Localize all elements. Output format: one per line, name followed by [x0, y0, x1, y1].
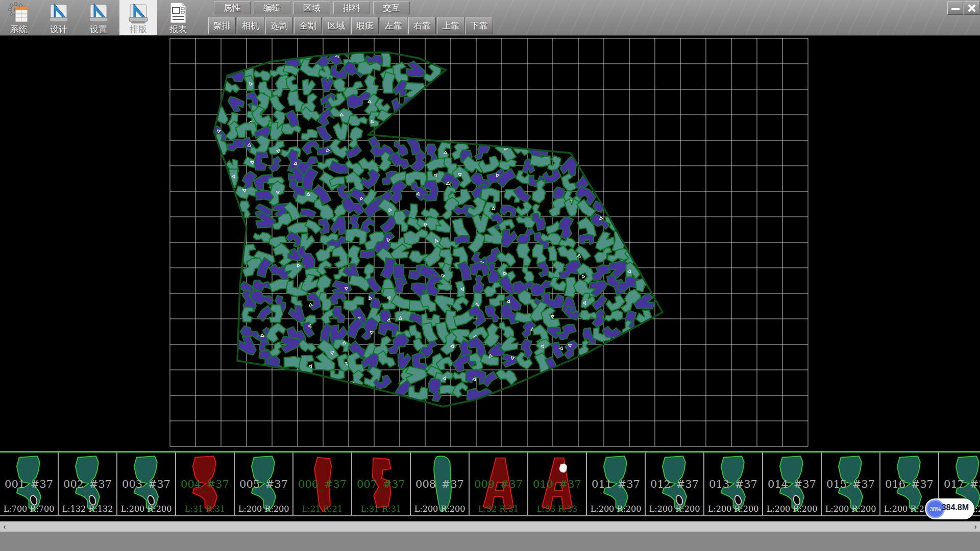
thumbnail-piece-002_#37[interactable]: 002_#37L:132 R:132 — [59, 453, 117, 515]
menu-interact[interactable]: 交互 — [373, 1, 410, 14]
thumbnail-piece-005_#37[interactable]: 005_#37L:200 R:200 — [235, 453, 293, 515]
big-button-design[interactable]: 设计 — [40, 0, 78, 35]
report-document-icon — [166, 2, 190, 24]
piece-lr-count: L:33 R:33 — [528, 504, 586, 514]
thumbnail-piece-010_#37[interactable]: 010_#37L:33 R:33 — [528, 453, 587, 515]
tool-snap-top[interactable]: 上靠 — [437, 17, 464, 34]
thumbnail-piece-011_#37[interactable]: 011_#37L:200 R:200 — [587, 453, 646, 515]
tool-camera[interactable]: 相机 — [237, 17, 264, 34]
main-toolbar: 系统设计设置排版报表 属性编辑区域排料交互 聚排相机选割全割区域瑕疵左靠右靠上靠… — [0, 0, 980, 36]
piece-id-label: 005_#37 — [235, 478, 292, 490]
big-button-label: 排版 — [130, 24, 147, 35]
set-square-icon — [47, 2, 70, 24]
piece-lr-count: L:32 R:31 — [470, 504, 527, 514]
piece-id-label: 004_#37 — [176, 478, 234, 490]
big-button-nesting[interactable]: 排版 — [119, 0, 157, 35]
piece-thumbnail-strip: 001_#37L:700 R:700002_#37L:132 R:132003_… — [0, 451, 980, 516]
thumbnail-piece-004_#37[interactable]: 004_#37L:31 R:31 — [176, 453, 235, 515]
menu-nest[interactable]: 排料 — [333, 1, 370, 14]
tool-select-cut[interactable]: 选割 — [265, 17, 293, 34]
tool-cut-all[interactable]: 全割 — [294, 17, 322, 34]
status-bar — [0, 532, 980, 551]
nesting-canvas-svg — [0, 36, 980, 451]
menu-region[interactable]: 区域 — [293, 1, 330, 14]
thumbnail-piece-013_#37[interactable]: 013_#37L:200 R:200 — [704, 453, 763, 515]
piece-id-label: 012_#37 — [646, 478, 703, 490]
nesting-canvas[interactable] — [0, 36, 980, 451]
piece-id-label: 002_#37 — [59, 478, 116, 490]
set-square-icon — [87, 2, 110, 24]
big-button-system[interactable]: 系统 — [0, 0, 38, 35]
piece-id-label: 009_#37 — [470, 478, 527, 490]
piece-id-label: 016_#37 — [880, 478, 938, 490]
application-window: 系统设计设置排版报表 属性编辑区域排料交互 聚排相机选割全割区域瑕疵左靠右靠上靠… — [0, 0, 980, 551]
piece-lr-count: L:31 R:31 — [176, 504, 234, 514]
big-button-settings[interactable]: 设置 — [80, 0, 117, 35]
thumbnail-piece-001_#37[interactable]: 001_#37L:700 R:700 — [0, 453, 59, 515]
gear-spreadsheet-icon — [7, 2, 31, 24]
piece-lr-count: L:200 R:200 — [117, 504, 175, 514]
big-button-report[interactable]: 报表 — [159, 0, 197, 35]
thumbnail-piece-003_#37[interactable]: 003_#37L:200 R:200 — [117, 453, 176, 515]
tool-snap-left[interactable]: 左靠 — [380, 17, 407, 34]
piece-lr-count: L:700 R:700 — [0, 504, 58, 514]
piece-lr-count: L:31 R:31 — [352, 504, 410, 514]
tool-cluster-nest[interactable]: 聚排 — [208, 17, 236, 34]
big-button-label: 报表 — [169, 24, 187, 35]
piece-lr-count: L:200 R:200 — [587, 504, 645, 514]
big-button-label: 设置 — [90, 24, 107, 35]
piece-id-label: 013_#37 — [704, 478, 762, 490]
horizontal-scrollbar[interactable]: ‹ › — [0, 521, 980, 532]
thumbnail-piece-014_#37[interactable]: 014_#37L:200 R:200 — [763, 453, 822, 515]
piece-id-label: 011_#37 — [587, 478, 645, 490]
piece-lr-count: L:200 R:200 — [235, 504, 292, 514]
memory-value: 384.8M — [942, 503, 969, 512]
piece-id-label: 008_#37 — [411, 478, 469, 490]
thumbnail-piece-012_#37[interactable]: 012_#37L:200 R:200 — [646, 453, 704, 515]
minimize-button[interactable] — [947, 2, 963, 15]
big-button-label: 系统 — [10, 24, 28, 35]
piece-id-label: 006_#37 — [293, 478, 351, 490]
piece-id-label: 010_#37 — [528, 478, 586, 490]
tool-snap-bottom[interactable]: 下靠 — [465, 17, 493, 34]
piece-lr-count: L:21 R:21 — [293, 504, 351, 514]
memory-usage-badge[interactable]: 38% 384.8M — [925, 498, 974, 519]
piece-lr-count: L:200 R:200 — [763, 504, 821, 514]
scroll-right-icon[interactable]: › — [971, 521, 980, 532]
big-button-label: 设计 — [50, 24, 67, 35]
piece-id-label: 017_#37 — [939, 478, 980, 490]
piece-id-label: 015_#37 — [822, 478, 879, 490]
menu-edit[interactable]: 编辑 — [254, 1, 290, 14]
menu-properties[interactable]: 属性 — [214, 1, 251, 14]
piece-id-label: 003_#37 — [117, 478, 175, 490]
tool-snap-right[interactable]: 右靠 — [408, 17, 436, 34]
piece-id-label: 014_#37 — [763, 478, 821, 490]
piece-lr-count: L:200 R:200 — [822, 504, 879, 514]
tool-region[interactable]: 区域 — [323, 17, 350, 34]
tool-defect[interactable]: 瑕疵 — [351, 17, 379, 34]
thumbnail-piece-015_#37[interactable]: 015_#37L:200 R:200 — [822, 453, 880, 515]
piece-lr-count: L:200 R:200 — [646, 504, 703, 514]
close-button[interactable] — [964, 2, 979, 15]
minimize-icon — [951, 8, 960, 10]
thumbnail-piece-006_#37[interactable]: 006_#37L:21 R:21 — [293, 453, 352, 515]
scroll-left-icon[interactable]: ‹ — [0, 521, 9, 532]
piece-id-label: 007_#37 — [352, 478, 410, 490]
set-square-icon — [127, 2, 150, 24]
thumbnail-piece-009_#37[interactable]: 009_#37L:32 R:31 — [470, 453, 528, 515]
thumbnail-piece-008_#37[interactable]: 008_#37L:200 R:200 — [411, 453, 470, 515]
piece-id-label: 001_#37 — [0, 478, 58, 490]
piece-lr-count: L:200 R:200 — [704, 504, 762, 514]
piece-lr-count: L:200 R:200 — [411, 504, 469, 514]
nested-pieces — [210, 44, 656, 403]
thumbnail-piece-007_#37[interactable]: 007_#37L:31 R:31 — [352, 453, 411, 515]
piece-lr-count: L:132 R:132 — [59, 504, 116, 514]
